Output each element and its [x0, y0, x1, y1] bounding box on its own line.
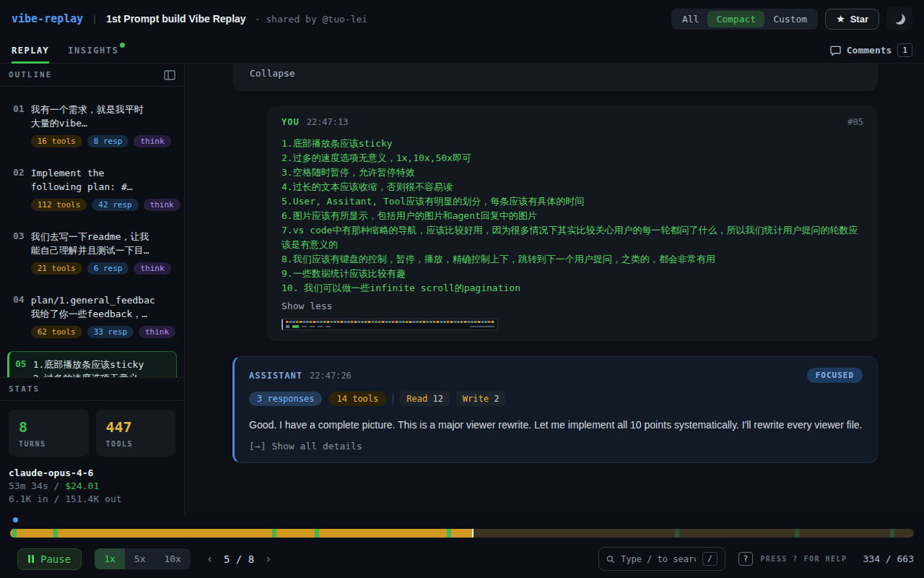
- tab-replay-label: REPLAY: [12, 46, 49, 56]
- app-logo[interactable]: vibe-replay: [12, 12, 83, 25]
- message-feed: Collapse YOU 22:47:13 #05 1.底部播放条应该stick…: [185, 64, 924, 514]
- show-all-details-link[interactable]: [→] Show all details: [249, 441, 863, 452]
- outline-item-number: 02: [13, 166, 25, 211]
- outline-item-title: 2.过多的速度选项无意义: [33, 371, 170, 377]
- collapse-panel-icon[interactable]: [164, 70, 175, 80]
- timeline-event-marker[interactable]: [890, 529, 894, 538]
- user-message-body: 1.底部播放条应该sticky 2.过多的速度选项无意义，1x,10x,50x即…: [282, 137, 863, 296]
- message-thumbnail[interactable]: [282, 319, 498, 330]
- collapse-turn-card[interactable]: Collapse: [232, 64, 878, 91]
- timeline-event-marker[interactable]: [675, 529, 679, 538]
- cost-label: $24.01: [65, 480, 99, 491]
- search-box[interactable]: /: [598, 547, 725, 571]
- speed-10x-button[interactable]: 10x: [154, 548, 190, 569]
- tab-replay[interactable]: REPLAY: [12, 38, 49, 63]
- question-key-badge[interactable]: ?: [738, 552, 754, 566]
- outline-item-title: following plan: #…: [31, 180, 171, 194]
- tokens-label: 6.1K in / 151.4K out: [9, 493, 175, 506]
- collapse-label: Collapse: [250, 68, 295, 79]
- thumbnail-timeline: [286, 321, 494, 323]
- outline-list: 01 我有一个需求，就是我平时 大量的vibe… 16 tools 8 resp…: [0, 87, 184, 377]
- comment-bubble-icon: [830, 46, 841, 56]
- outline-item-title: 我有一个需求，就是我平时: [31, 103, 171, 116]
- timeline-playhead[interactable]: [472, 529, 474, 538]
- speed-selector: 1x 5x 10x: [95, 548, 191, 569]
- insights-notification-dot: [120, 43, 125, 48]
- outline-item-05[interactable]: 05 1.底部播放条应该sticky 2.过多的速度选项无意义: [7, 351, 177, 377]
- think-badge: think: [144, 199, 180, 211]
- assistant-role-label: ASSISTANT: [249, 371, 302, 381]
- think-badge: think: [139, 326, 175, 338]
- responses-badge: 42 resp: [92, 199, 138, 211]
- search-input[interactable]: [621, 554, 696, 564]
- timeline-event-marker[interactable]: [315, 529, 319, 538]
- pause-label: Pause: [40, 553, 71, 565]
- user-message-line: 4.过长的文本应该收缩，否则很不容易读: [282, 180, 863, 194]
- turns-value: 8: [19, 418, 79, 436]
- responses-badge: 6 resp: [87, 262, 129, 275]
- tab-bar: REPLAY INSIGHTS Comments 1: [0, 38, 924, 64]
- event-position-counter: 334 / 663: [863, 553, 914, 564]
- user-message-line: 8.我们应该有键盘的控制，暂停，播放，精确控制上下，跳转到下一个用户提问，之类的…: [282, 252, 863, 267]
- assistant-message-body: Good. I have a complete picture. This is…: [249, 417, 863, 433]
- timeline-played-segment: [10, 529, 472, 538]
- tools-badge: 16 tools: [31, 135, 82, 147]
- player-bar: Pause 1x 5x 10x ‹ 5 / 8 › / ? PRESS ? FO: [0, 514, 924, 578]
- app-header: vibe-replay | 1st Prompt build Vibe Repl…: [0, 0, 924, 38]
- outline-item-01[interactable]: 01 我有一个需求，就是我平时 大量的vibe… 16 tools 8 resp…: [7, 97, 177, 153]
- outline-item-04[interactable]: 04 plan/1.general_feedbac 我给了你一些feedback…: [7, 288, 177, 344]
- tools-stat-card: 447 TOOLS: [96, 410, 176, 457]
- user-message-line: 2.过多的速度选项无意义，1x,10x,50x即可: [282, 151, 863, 165]
- slash-key-badge: /: [702, 552, 718, 566]
- search-icon: [606, 554, 614, 564]
- turn-position: 5 / 8: [224, 553, 254, 565]
- responses-count-badge[interactable]: 3 responses: [249, 392, 322, 406]
- timeline-event-marker[interactable]: [272, 529, 276, 538]
- outline-item-title: 大量的vibe…: [31, 116, 171, 130]
- theme-toggle-button[interactable]: [886, 7, 912, 30]
- pause-icon: [28, 555, 34, 563]
- stats-panel: STATS 8 TURNS 447 TOOLS claude-opus-4-6 …: [0, 377, 184, 514]
- user-message-line: 10. 我们可以做一些infinite scroll的pagination: [282, 281, 863, 296]
- comment-marker-dot[interactable]: [13, 517, 18, 522]
- next-turn-button[interactable]: ›: [265, 553, 271, 566]
- tab-insights[interactable]: INSIGHTS: [68, 38, 125, 63]
- turns-label: TURNS: [19, 440, 79, 448]
- view-mode-custom[interactable]: Custom: [764, 11, 816, 27]
- help-hint: PRESS ? FOR HELP: [760, 555, 847, 563]
- timeline-event-marker[interactable]: [447, 529, 451, 538]
- outline-item-02[interactable]: 02 Implement the following plan: #… 112 …: [7, 160, 177, 217]
- thumbnail-controls: [286, 325, 494, 328]
- user-message-card: YOU 22:47:13 #05 1.底部播放条应该sticky 2.过多的速度…: [267, 106, 878, 341]
- outline-item-number: 05: [15, 358, 27, 377]
- prev-turn-button[interactable]: ‹: [206, 553, 213, 566]
- outline-item-03[interactable]: 03 我们去写一下readme，让我 能自己理解并且测试一下目… 21 tool…: [7, 224, 177, 280]
- timeline-event-marker[interactable]: [12, 529, 17, 538]
- think-badge: think: [134, 262, 170, 275]
- timeline-scrubber[interactable]: [10, 529, 914, 538]
- model-name: claude-opus-4-6: [9, 467, 175, 480]
- outline-item-title: 能自己理解并且测试一下目…: [31, 243, 171, 257]
- comments-count-badge: 1: [897, 43, 912, 57]
- speed-5x-button[interactable]: 5x: [125, 548, 155, 569]
- think-badge: think: [134, 135, 170, 147]
- outline-item-title: plan/1.general_feedbac: [31, 293, 171, 307]
- timeline-event-marker[interactable]: [53, 529, 58, 538]
- assistant-message-time: 22:47:26: [310, 371, 352, 381]
- show-all-details-label: Show all details: [271, 441, 362, 452]
- read-count-chip: Read 12: [400, 392, 450, 406]
- timeline-event-marker[interactable]: [795, 529, 799, 538]
- tools-count-badge[interactable]: 14 tools: [328, 392, 386, 406]
- view-mode-compact[interactable]: Compact: [707, 11, 764, 27]
- star-button[interactable]: ★ Star: [825, 9, 879, 30]
- user-message-line: 1.底部播放条应该sticky: [282, 137, 863, 151]
- write-count-chip: Write 2: [456, 392, 506, 406]
- speed-1x-button[interactable]: 1x: [95, 548, 125, 569]
- comments-button[interactable]: Comments 1: [830, 38, 912, 63]
- pause-button[interactable]: Pause: [17, 548, 82, 570]
- view-mode-all[interactable]: All: [674, 11, 707, 27]
- user-message-line: 6.图片应该有所显示，包括用户的图片和agent回复中的图片: [282, 209, 863, 223]
- show-less-link[interactable]: Show less: [282, 301, 863, 311]
- outline-title: OUTLINE: [9, 70, 52, 79]
- user-message-line: 9.一些数据统计应该比较有趣: [282, 267, 863, 281]
